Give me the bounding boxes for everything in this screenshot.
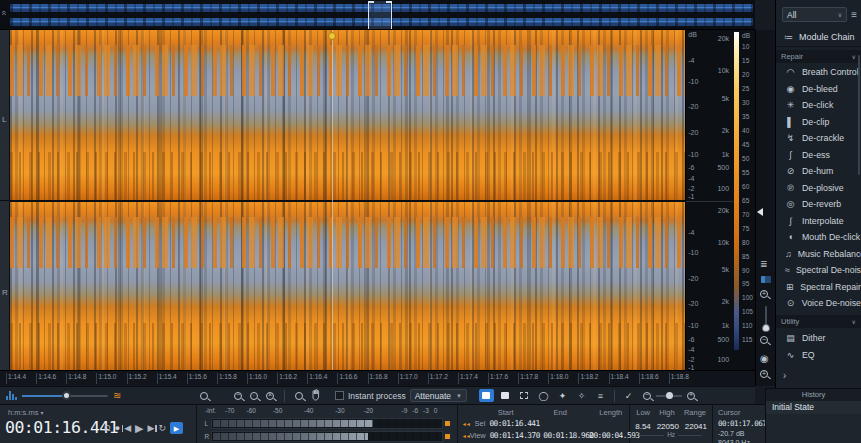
module-item[interactable]: ◎ De-reverb — [776, 196, 861, 213]
module-item[interactable]: ℗ De-plosive — [776, 180, 861, 197]
audition-selection-icon[interactable]: ◄◄ — [458, 421, 470, 427]
collapse-overview-icon[interactable]: « — [0, 10, 9, 15]
process-mode-dropdown[interactable]: Attenuate▼ — [410, 389, 467, 402]
timeline-tick-label: 1:18.8 — [669, 373, 689, 384]
corner-zoom-icon[interactable]: + — [760, 370, 768, 378]
module-item[interactable]: ◠ Breath Control — [776, 64, 861, 81]
time-frequency-selection-tool[interactable] — [498, 389, 513, 402]
loop-button[interactable]: ↻ — [158, 424, 166, 433]
end-header: End — [554, 408, 600, 417]
panel-scrollbar[interactable] — [858, 55, 860, 175]
module-item[interactable]: ∫ Interpolate — [776, 213, 861, 230]
confirm-selection-tool[interactable]: ✓ — [621, 389, 636, 402]
selection-info-headers: Start End Length — [458, 408, 630, 417]
horizontal-zoom-in-icon[interactable]: + — [687, 392, 695, 400]
playhead-time-display: 00:01:16.441 — [5, 418, 118, 437]
panel-menu-icon[interactable]: ≡ — [851, 10, 857, 20]
module-item[interactable]: ⊘ De-hum — [776, 163, 861, 180]
brush-selection-tool[interactable]: ≡ — [593, 389, 608, 402]
zoom-reset-tool-icon[interactable]: × — [266, 392, 274, 400]
vertical-zoom-out-icon[interactable]: − — [760, 336, 768, 344]
waveform-spectrogram-blend-slider[interactable] — [22, 395, 108, 397]
spectrogram-view-icon[interactable]: ≋ — [113, 391, 121, 401]
blend-slider-knob[interactable] — [62, 391, 71, 400]
module-item[interactable]: ▌ De-clip — [776, 114, 861, 131]
module-label: De-click — [802, 100, 833, 110]
timeline-tick-label: 1:17.8 — [518, 373, 538, 384]
zoom-tools-group: − ∙ × — [234, 387, 321, 405]
timeline-tick-label: 1:17.4 — [458, 373, 478, 384]
module-item[interactable]: ▤ Dither — [776, 330, 861, 347]
horizontal-zoom-slider[interactable] — [656, 395, 682, 397]
module-icon: ◠ — [785, 67, 796, 77]
history-title: History — [766, 389, 861, 401]
timeline-tick-label: 1:15.2 — [127, 373, 147, 384]
marquee-selection-tool[interactable] — [517, 389, 532, 402]
grab-hand-tool-icon[interactable] — [311, 387, 321, 405]
module-item[interactable]: ⊞ Spectral Repair — [776, 279, 861, 296]
section-header-utility[interactable]: Utility ∨ — [776, 315, 861, 328]
utility-module-list: ▤ Dither ∿ EQ — [776, 330, 861, 363]
playhead-line[interactable] — [332, 30, 333, 370]
module-icon: ⊞ — [785, 282, 794, 292]
module-item[interactable]: ✳ De-click — [776, 97, 861, 114]
module-item[interactable]: ◉ De-bleed — [776, 81, 861, 98]
timeline-tick-label: 1:14.8 — [66, 373, 86, 384]
timeline-tick-label: 1:16.2 — [277, 373, 297, 384]
zoom-selection-tool-icon[interactable]: ∙ — [250, 392, 258, 400]
time-format-selector[interactable]: h:m:s.ms ▾ — [8, 408, 44, 417]
timeline-ruler[interactable]: 1:14.41:14.61:14.81:15.01:15.21:15.41:15… — [0, 370, 690, 386]
instant-process-checkbox[interactable] — [335, 391, 344, 400]
spectrogram-channel-right[interactable] — [10, 200, 685, 370]
playhead-marker[interactable] — [328, 32, 336, 40]
vertical-zoom-slider-knob[interactable] — [762, 324, 770, 332]
magic-wand-tool[interactable]: ✦ — [555, 389, 570, 402]
spectrogram-channel-left[interactable] — [10, 30, 685, 200]
module-item[interactable]: ♫ Music Rebalance — [776, 246, 861, 263]
vertical-zoom-in-icon[interactable]: + — [760, 290, 768, 298]
lasso-selection-tool[interactable]: ◯ — [536, 389, 551, 402]
module-item[interactable]: ʃ De-ess — [776, 147, 861, 164]
section-header-repair[interactable]: Repair ∨ — [776, 50, 861, 63]
module-chain-button[interactable]: ≔ Module Chain — [776, 28, 861, 47]
module-item[interactable]: ⊙ Voice De-noise — [776, 295, 861, 312]
clip-indicator-right[interactable] — [445, 434, 450, 439]
history-panel: History Initial State — [765, 388, 861, 443]
magnify-icon[interactable] — [200, 392, 208, 400]
main-editor-area: L R dB -4-10-20-20-10-6-4-2-1 20k10k5k2k… — [0, 30, 755, 370]
clip-indicator-left[interactable] — [445, 421, 450, 426]
record-button[interactable]: ● — [115, 424, 120, 433]
history-item[interactable]: Initial State — [766, 401, 861, 414]
wand-adjust-tool[interactable]: ✧ — [574, 389, 589, 402]
overview-selection-region[interactable] — [368, 1, 392, 29]
display-settings-icon[interactable]: ≣ — [760, 260, 768, 269]
spectrogram-display[interactable] — [10, 30, 685, 370]
time-selection-tool[interactable] — [479, 389, 494, 402]
timeline-tick-label: 1:15.6 — [187, 373, 207, 384]
horizontal-zoom-out-icon[interactable]: − — [643, 392, 651, 400]
zoom-tool-icon[interactable] — [295, 392, 303, 400]
module-icon: ∫ — [785, 216, 796, 226]
play-button[interactable]: ▶ — [135, 423, 143, 434]
module-item[interactable]: ↯ De-crackle — [776, 130, 861, 147]
module-filter-row: All∨ ≡ — [782, 7, 857, 22]
previous-button[interactable]: ◀ — [124, 424, 131, 433]
reset-zoom-target-icon[interactable]: ◉ — [760, 354, 769, 364]
zoom-out-tool-icon[interactable]: − — [234, 392, 242, 400]
transport-section: h:m:s.ms ▾ 00:01:16.441 Ω ● ◀ ▶ ▶ ↻ ▶ — [0, 405, 196, 443]
module-item[interactable]: ≈ Spectral De-noise — [776, 262, 861, 279]
next-button[interactable]: ▶ — [148, 424, 155, 433]
waveform-overview-strip[interactable]: « — [0, 0, 755, 30]
high-header: High — [659, 408, 674, 417]
waveform-spectrogram-toggle-icon[interactable] — [761, 276, 771, 283]
module-item[interactable]: ◖ Mouth De-click — [776, 229, 861, 246]
waveform-view-icon[interactable] — [6, 391, 17, 400]
audition-view-icon[interactable]: ◄◄ — [458, 433, 470, 439]
output-monitor-button[interactable]: ▶ — [170, 422, 183, 434]
module-item[interactable]: ∿ EQ — [776, 347, 861, 364]
horizontal-zoom-knob[interactable] — [666, 392, 673, 399]
panel-expand-icon[interactable]: › — [783, 370, 786, 381]
monitor-headphones-button[interactable]: Ω — [104, 424, 111, 433]
vertical-zoom-slider[interactable] — [765, 306, 767, 328]
module-filter-dropdown[interactable]: All∨ — [782, 7, 847, 22]
